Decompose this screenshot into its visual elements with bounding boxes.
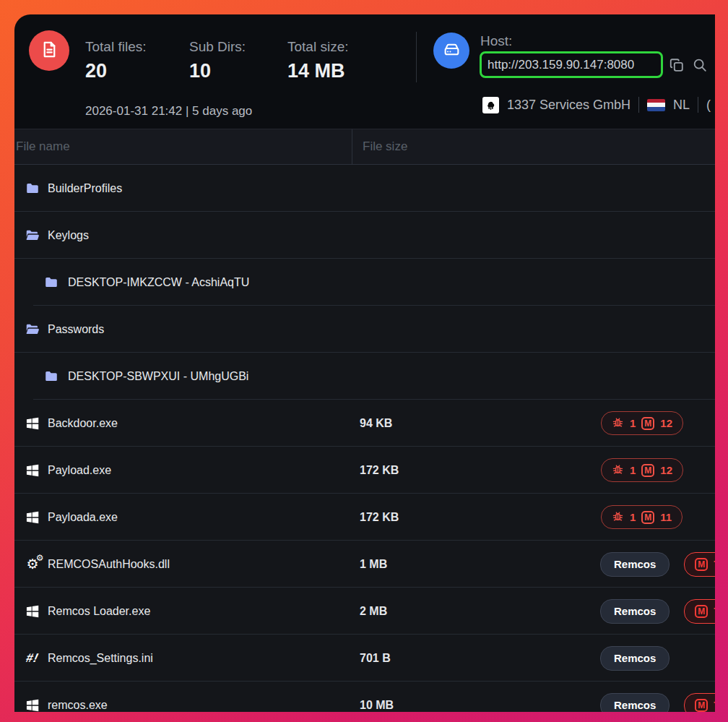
hard-drive-icon bbox=[443, 40, 461, 61]
bug-icon bbox=[612, 464, 624, 476]
ini-icon: #! bbox=[23, 635, 42, 682]
table-row[interactable]: Remcos Loader.exe 2 MB RemcosMT1 bbox=[14, 588, 715, 635]
stat-label: Total files: bbox=[85, 39, 146, 55]
table-row[interactable]: DESKTOP-IMKZCCW - AcshiAqTU bbox=[14, 259, 715, 306]
host-meta-row: 1337 Services GmbH NL ( bbox=[482, 95, 711, 114]
windows-icon bbox=[23, 400, 42, 447]
windows-icon bbox=[23, 588, 42, 635]
asn-text-partial: ( bbox=[706, 98, 711, 113]
mitre-m-icon: M bbox=[695, 558, 708, 571]
file-name: Payloada.exe bbox=[48, 494, 118, 541]
table-row[interactable]: BuilderProfiles bbox=[14, 165, 715, 212]
detection-count: 1 bbox=[630, 511, 636, 523]
file-name: Payload.exe bbox=[48, 447, 111, 494]
table-row[interactable]: remcos.exe 10 MB RemcosMT1 bbox=[14, 682, 715, 712]
folder-icon bbox=[23, 165, 42, 212]
stat-total-files: Total files: 20 bbox=[85, 39, 146, 82]
table-header: File name File size bbox=[14, 129, 715, 165]
hosting-provider-icon bbox=[482, 97, 499, 113]
file-name: REMCOSAuthHooks.dll bbox=[48, 541, 170, 588]
column-file-size[interactable]: File size bbox=[363, 129, 407, 164]
file-name: Passwords bbox=[48, 306, 104, 353]
folder-icon bbox=[42, 353, 61, 400]
file-name: Remcos_Settings.ini bbox=[48, 635, 153, 682]
bug-icon bbox=[612, 511, 624, 523]
folder-open-icon bbox=[23, 212, 42, 259]
scan-date: 2026-01-31 21:42 | 5 days ago bbox=[85, 104, 252, 119]
file-size: 2 MB bbox=[360, 588, 387, 635]
malware-family-badge[interactable]: Remcos bbox=[600, 552, 670, 577]
table-row[interactable]: Payloada.exe 172 KB 1M11 bbox=[14, 494, 715, 541]
mitre-count: 12 bbox=[660, 417, 672, 429]
table-row[interactable]: #! Remcos_Settings.ini 701 B Remcos bbox=[14, 635, 715, 682]
files-summary-icon-circle bbox=[29, 30, 69, 71]
stat-sub-dirs: Sub Dirs: 10 bbox=[189, 39, 246, 82]
column-file-name[interactable]: File name bbox=[16, 129, 70, 164]
table-row[interactable]: Payload.exe 172 KB 1M12 bbox=[14, 447, 715, 494]
copy-icon[interactable] bbox=[669, 57, 685, 73]
file-size: 172 KB bbox=[360, 447, 399, 494]
file-size: 10 MB bbox=[360, 682, 394, 712]
mitre-m-icon: M bbox=[695, 699, 708, 712]
folder-icon bbox=[42, 259, 61, 306]
windows-icon bbox=[23, 682, 42, 712]
detection-count: 1 bbox=[630, 464, 636, 476]
mitre-m-icon: M bbox=[641, 417, 654, 430]
file-name: DESKTOP-IMKZCCW - AcshiAqTU bbox=[68, 259, 249, 306]
meta-divider bbox=[698, 97, 698, 113]
directory-card: Total files: 20 Sub Dirs: 10 Total size:… bbox=[14, 14, 715, 712]
host-icon-circle bbox=[433, 33, 469, 69]
mitre-count: 12 bbox=[660, 464, 672, 476]
table-row[interactable]: ⚙⚙ REMCOSAuthHooks.dll 1 MB RemcosMT1 bbox=[14, 541, 715, 588]
badges: RemcosMT1 bbox=[597, 588, 715, 635]
host-url-box[interactable]: http://203.159.90.147:8080 bbox=[480, 51, 663, 78]
table-row[interactable]: Keylogs bbox=[14, 212, 715, 259]
mitre-technique-partial: T1 bbox=[714, 558, 715, 570]
file-name: Remcos Loader.exe bbox=[48, 588, 150, 635]
file-name: remcos.exe bbox=[48, 682, 108, 712]
detection-count: 1 bbox=[630, 417, 636, 429]
file-size: 1 MB bbox=[360, 541, 387, 588]
detections-badge[interactable]: 1M11 bbox=[601, 505, 682, 529]
file-name: Keylogs bbox=[48, 212, 89, 259]
file-name: BuilderProfiles bbox=[48, 165, 122, 212]
malware-family-badge[interactable]: Remcos bbox=[600, 693, 670, 713]
country-code: NL bbox=[673, 98, 690, 113]
stat-value: 20 bbox=[85, 60, 146, 82]
windows-icon bbox=[23, 447, 42, 494]
malware-family-badge[interactable]: Remcos bbox=[600, 646, 670, 671]
badges: RemcosMT1 bbox=[597, 682, 715, 712]
mitre-m-icon: M bbox=[695, 605, 708, 618]
table-row[interactable]: DESKTOP-SBWPXUI - UMhgUGBi bbox=[14, 353, 715, 400]
mitre-technique-badge[interactable]: MT1 bbox=[684, 552, 715, 577]
file-name: Backdoor.exe bbox=[48, 400, 118, 447]
file-list: BuilderProfiles Keylogs DESKTOP-IMKZCCW … bbox=[14, 165, 715, 712]
malware-family-badge[interactable]: Remcos bbox=[600, 599, 670, 624]
mitre-m-icon: M bbox=[641, 511, 654, 524]
host-url[interactable]: http://203.159.90.147:8080 bbox=[488, 58, 634, 72]
stat-value: 14 MB bbox=[287, 60, 348, 82]
mitre-technique-badge[interactable]: MT1 bbox=[684, 599, 715, 624]
detections-badge[interactable]: 1M12 bbox=[601, 458, 683, 482]
stat-total-size: Total size: 14 MB bbox=[287, 39, 348, 82]
detections-badge[interactable]: 1M12 bbox=[601, 411, 683, 435]
column-divider bbox=[352, 129, 352, 164]
provider-name: 1337 Services GmbH bbox=[507, 98, 630, 113]
meta-divider bbox=[638, 97, 639, 113]
badges: 1M12 bbox=[597, 447, 683, 494]
document-icon bbox=[40, 40, 59, 62]
table-row[interactable]: Backdoor.exe 94 KB 1M12 bbox=[14, 400, 715, 447]
table-row[interactable]: Passwords bbox=[14, 306, 715, 353]
folder-open-icon bbox=[23, 306, 42, 353]
badges: Remcos bbox=[597, 635, 670, 682]
badges: 1M11 bbox=[597, 494, 682, 541]
file-size: 701 B bbox=[360, 635, 391, 682]
mitre-technique-partial: T1 bbox=[714, 605, 715, 617]
gears-icon: ⚙⚙ bbox=[23, 541, 42, 588]
stat-value: 10 bbox=[189, 60, 246, 82]
mitre-technique-partial: T1 bbox=[714, 699, 715, 711]
file-size: 172 KB bbox=[360, 494, 399, 541]
file-name: DESKTOP-SBWPXUI - UMhgUGBi bbox=[68, 353, 248, 400]
search-icon[interactable] bbox=[692, 57, 708, 73]
mitre-technique-badge[interactable]: MT1 bbox=[684, 693, 715, 713]
